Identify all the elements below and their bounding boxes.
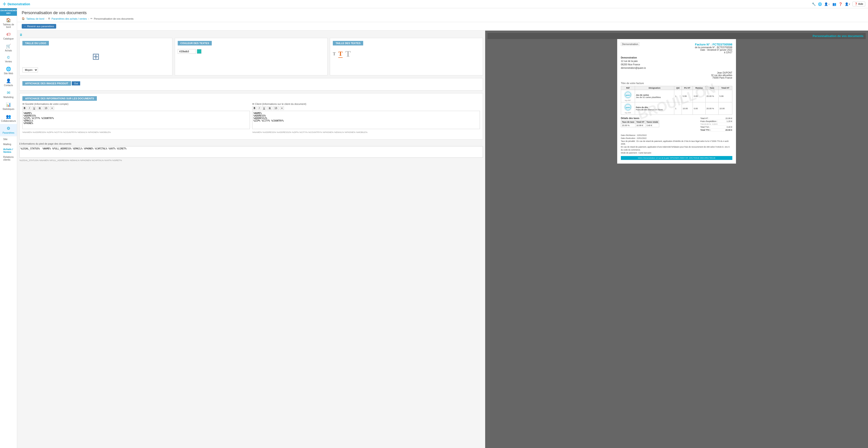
inv-subtitle: de la commande N° : BCTEST00598: [695, 46, 732, 49]
text-size-section-title: TAILLE DES TEXTES: [333, 41, 363, 46]
app-logo-icon: ✛: [3, 2, 6, 7]
client-toolbar-font-size[interactable]: 13·: [273, 107, 279, 110]
right-panel-header: Personnalisation de vos documents: [488, 33, 866, 39]
inv-company-block: Demonstration: [621, 43, 640, 46]
client-toolbar-list[interactable]: ≡: [280, 107, 284, 110]
svg-text:quare: quare: [626, 94, 630, 96]
inv-prod-total-1: 10.00: [718, 102, 732, 115]
client-toolbar-bold[interactable]: B: [252, 107, 256, 110]
inv-tax-block: Détails des taxes Taux de taxe Total HT …: [621, 117, 699, 131]
client-toolbar-link[interactable]: ⛓: [267, 107, 272, 110]
color-swatch[interactable]: [197, 49, 202, 54]
sidebar-item-catalogue[interactable]: 🏷 Catalogue: [0, 30, 17, 42]
inv-tax-rate-0: 20.00 %: [621, 124, 635, 127]
sidebar-item-ventes[interactable]: © Ventes: [0, 54, 17, 65]
inv-company-name: Demonstration: [621, 56, 732, 59]
images-section-title: AFFICHAGE DES IMAGES PRODUIT: [22, 81, 71, 86]
toolbar-italic[interactable]: I: [28, 107, 31, 110]
inv-totals: Total HT : 15.99 € Frais d'expédition : …: [700, 117, 732, 131]
sidebar-sub-item-mailing[interactable]: Mailing: [0, 142, 17, 147]
inv-client-city: 75000 Paris France: [621, 77, 732, 79]
text-size-large[interactable]: T: [345, 49, 351, 59]
inv-total-row-3: Total TVA : 3.40 €: [700, 126, 732, 129]
globe-icon[interactable]: 🌐: [818, 2, 822, 6]
user-add-icon[interactable]: 👤+: [824, 2, 830, 6]
toolbar-list[interactable]: ≡: [50, 107, 54, 110]
sidebar-item-achats[interactable]: 🛒 Achats: [0, 42, 17, 54]
text-sizes: T T T: [333, 49, 480, 59]
client-label: ✉ Client (Informations sur le client du …: [252, 102, 480, 106]
table-row: quare toy-005 Paire de dés Paire de dés …: [621, 102, 732, 115]
client-info-col: ✉ Client (Informations sur le client du …: [252, 102, 480, 134]
client-textarea[interactable]: %NAME% %ADDRESS% %ADDRESS2% %ZIP% %CITY%…: [252, 111, 480, 129]
sidebar-sub-item-relations-clients[interactable]: Relations clients: [0, 154, 17, 162]
inv-prod-logo-0: quare: [624, 91, 632, 99]
breadcrumb-tableau-de-bord[interactable]: Tableau de bord: [26, 18, 44, 20]
left-panel: 🖥 TAILLE DU LOGO ⊞ Petit Moyen Grand: [17, 31, 485, 448]
inv-company-address2: 06200 Nice France: [621, 63, 732, 66]
sidebar-item-site-web[interactable]: 🌐 Site Web: [0, 65, 17, 77]
breadcrumb: 🏠 Tableau de bord › ⚙ Paramètres des ach…: [22, 17, 863, 22]
back-button[interactable]: ← Revenir aux paramètres: [22, 24, 56, 29]
text-size-section: TAILLE DES TEXTES T T T: [330, 38, 483, 76]
inv-prod-name-0: Jeu de cartes Jeu de 52 cartes plastifié…: [635, 90, 674, 102]
sidebar-item-contacts[interactable]: 👤 Contacts: [0, 77, 17, 88]
question-circle-icon: ❓: [855, 2, 858, 5]
sidebar-item-statistiques[interactable]: 📊 Statistiques: [0, 100, 17, 112]
color-section: COULEUR DES TEXTES #20bdb3: [175, 38, 328, 76]
home-icon: 🏠: [6, 18, 11, 23]
inv-bottom-bar: SASU Demonstration 12 rue de la paix %PH…: [621, 156, 732, 160]
images-yes-button[interactable]: Oui: [72, 81, 80, 85]
company-toolbar: B I U ⛓ 13· ≡: [22, 107, 250, 110]
sub-header: ← Revenir aux paramètres: [17, 22, 868, 31]
text-size-small[interactable]: T: [333, 52, 336, 56]
stats-icon: 📊: [6, 102, 11, 107]
logo-section: TAILLE DU LOGO ⊞ Petit Moyen Grand: [20, 38, 173, 76]
breadcrumb-current: Personnalisation de vos documents: [94, 18, 134, 20]
question-icon[interactable]: ❓: [839, 2, 842, 6]
inv-products-table: Réf Désignation Qté PU HT Remise Taxe To…: [621, 86, 732, 115]
company-label: ✉ Société (Informations de votre compte): [22, 102, 250, 106]
page-header: Personnalisation de vos documents 🏠 Tabl…: [17, 8, 868, 22]
sidebar-item-marketing[interactable]: ✉ Marketing: [0, 88, 17, 100]
breadcrumb-parametres[interactable]: Paramètres des achats / ventes: [52, 18, 87, 20]
sidebar-item-collaborateurs[interactable]: 👥 Collaborateurs: [0, 112, 17, 124]
client-toolbar-underline[interactable]: U: [262, 107, 266, 110]
logo-size-select[interactable]: Petit Moyen Grand: [22, 67, 38, 72]
footer-tags: %LEGAL_STATUS% %NAME% %FULL_ADDRESS% %EM…: [20, 159, 483, 161]
text-size-medium[interactable]: T: [338, 50, 343, 58]
inv-company-info: Demonstration 12 rue de la paix 06200 Ni…: [621, 56, 732, 70]
invoice-preview: BROUILLON Demonstration Facture N° : FCT…: [617, 39, 736, 163]
app-title: Demonstration: [7, 2, 30, 6]
images-section: AFFICHAGE DES IMAGES PRODUIT Oui: [20, 78, 483, 90]
inv-prod-taxe-0: 20.00 %: [705, 90, 718, 102]
footer-textarea[interactable]: %LEGAL_STATUS% %NAME% %FULL_ADDRESS% %EM…: [20, 146, 483, 158]
wrench-icon[interactable]: 🔧: [812, 2, 816, 6]
sidebar-sub-item-site[interactable]: Site: [0, 137, 17, 142]
users-icon[interactable]: 👥: [832, 2, 836, 6]
account-icon[interactable]: 👤▾: [845, 2, 850, 6]
globe-nav-icon: 🌐: [6, 66, 11, 71]
client-tags: %NAME% %ADDRESS% %ADDRESS2% %ZIP% %CITY%…: [252, 131, 480, 134]
client-toolbar-italic[interactable]: I: [258, 107, 261, 110]
sidebar-sub-item-achats-ventes[interactable]: Achats / Ventes: [0, 147, 17, 154]
color-input[interactable]: #20bdb3: [178, 49, 196, 54]
sidebar-item-tableau-de-bord[interactable]: 🏠 Tableau de bord: [0, 16, 17, 30]
sidebar-item-parametres[interactable]: ⚙ Paramètres: [0, 124, 17, 136]
aide-button[interactable]: ❓ Aide: [852, 2, 865, 6]
toolbar-font-size[interactable]: 13·: [43, 107, 49, 110]
inv-footer-text: Date d'échéance : 22/01/2022 Date d'exéc…: [621, 134, 732, 154]
company-textarea[interactable]: %NAME% %ADDRESS% %ZIP% %CITY% %COUNTRY% …: [22, 111, 250, 129]
right-panel: Personnalisation de vos documents BROUIL…: [485, 31, 868, 448]
tag-icon: 🏷: [6, 32, 10, 37]
inv-company-badge: Demonstration: [621, 42, 640, 46]
top-nav-right: 🔧 🌐 👤+ 👥 ❓ 👤▾ ❓ Aide: [812, 2, 865, 6]
toolbar-bold[interactable]: B: [22, 107, 27, 110]
color-row: #20bdb3: [178, 49, 325, 54]
inv-section-title: Titre de votre facture: [621, 82, 732, 85]
logo-preview: ⊞: [22, 47, 169, 66]
inv-header-row: Demonstration Facture N° : FCTEST00598 d…: [621, 43, 732, 54]
top-nav: ✛ Demonstration 🔧 🌐 👤+ 👥 ❓ 👤▾ ❓ Aide: [0, 0, 868, 8]
toolbar-link[interactable]: ⛓: [37, 107, 42, 110]
toolbar-underline[interactable]: U: [32, 107, 36, 110]
